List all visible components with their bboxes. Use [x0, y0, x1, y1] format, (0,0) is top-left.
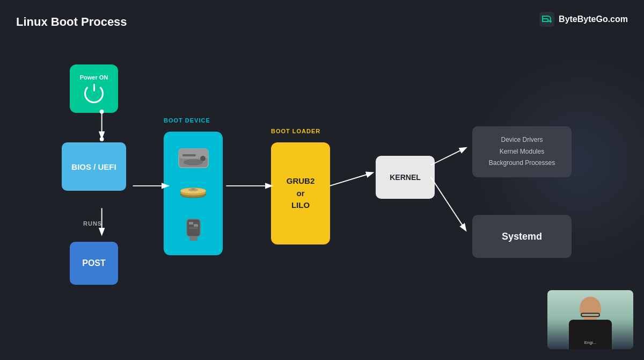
svg-rect-14: [189, 222, 193, 225]
power-icon: [84, 84, 104, 103]
person-glasses: [581, 313, 600, 317]
svg-point-6: [184, 159, 203, 165]
svg-line-21: [431, 148, 466, 165]
drivers-box: Device Drivers Kernel Modules Background…: [472, 126, 572, 177]
video-thumbnail: Engi...: [547, 290, 633, 349]
branding-label: ByteByteGo.com: [559, 15, 628, 24]
hdd-icon: [176, 143, 211, 173]
optical-icon: [177, 180, 209, 210]
post-label: POST: [82, 258, 106, 268]
person-body: Engi...: [569, 320, 612, 349]
branding: ByteByteGo.com: [539, 12, 628, 27]
person-image: Engi...: [547, 290, 633, 349]
boot-device-header: BOOT DEVICE: [164, 117, 210, 124]
page-title: Linux Boot Process: [16, 15, 127, 29]
bytebytego-icon: [539, 12, 554, 27]
drivers-label: Device Drivers Kernel Modules Background…: [489, 134, 555, 169]
bios-label: BIOS / UEFI: [71, 162, 116, 171]
svg-rect-15: [194, 224, 198, 227]
svg-point-1: [550, 20, 552, 23]
svg-line-22: [431, 177, 466, 229]
boot-loader-box: GRUB2 or LILO: [271, 142, 330, 244]
svg-point-11: [191, 188, 195, 190]
systemd-label: Systemd: [502, 231, 542, 242]
svg-rect-5: [182, 154, 196, 156]
systemd-box: Systemd: [472, 215, 572, 258]
runs-label: RUNS: [83, 220, 102, 227]
usb-icon: [179, 217, 208, 243]
svg-point-25: [100, 137, 104, 141]
power-on-box: Power ON: [70, 64, 118, 113]
flow-container: Power ON BIOS / UEFI RUNS POST BOOT DEVI…: [21, 48, 623, 349]
boot-loader-header: BOOT LOADER: [271, 128, 320, 134]
bios-box: BIOS / UEFI: [62, 142, 126, 191]
post-box: POST: [70, 242, 118, 285]
boot-device-box: [164, 132, 223, 255]
svg-rect-16: [189, 227, 198, 229]
person-head: [580, 297, 601, 321]
boot-loader-label: GRUB2 or LILO: [287, 175, 315, 212]
power-on-label: Power ON: [80, 74, 108, 81]
svg-rect-13: [189, 236, 197, 241]
svg-line-20: [330, 173, 372, 186]
kernel-label: KERNEL: [390, 173, 421, 182]
person-text: Engi...: [584, 340, 597, 345]
kernel-box: KERNEL: [376, 156, 435, 199]
